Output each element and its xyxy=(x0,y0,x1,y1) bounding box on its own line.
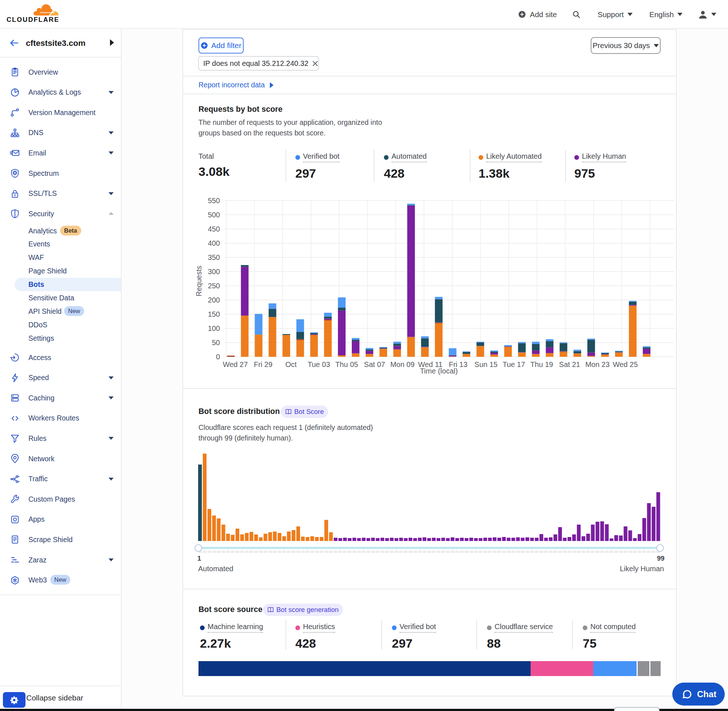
svg-text:Mon 09: Mon 09 xyxy=(390,360,415,369)
svg-text:300: 300 xyxy=(208,268,220,276)
svg-text:Oct: Oct xyxy=(285,360,297,369)
svg-text:Time (local): Time (local) xyxy=(420,367,458,375)
svg-text:Wed 25: Wed 25 xyxy=(613,360,638,369)
svg-text:0: 0 xyxy=(216,353,220,361)
svg-text:200: 200 xyxy=(208,296,220,304)
svg-text:Sat 21: Sat 21 xyxy=(559,360,580,369)
svg-text:100: 100 xyxy=(208,325,220,332)
svg-text:450: 450 xyxy=(208,225,220,233)
svg-text:350: 350 xyxy=(208,254,220,261)
svg-text:50: 50 xyxy=(212,339,220,347)
svg-text:550: 550 xyxy=(208,196,220,205)
svg-text:400: 400 xyxy=(208,239,220,247)
svg-text:150: 150 xyxy=(208,310,220,318)
svg-text:Tue 03: Tue 03 xyxy=(308,360,330,369)
svg-text:Mon 23: Mon 23 xyxy=(585,360,610,369)
svg-text:Thu 05: Thu 05 xyxy=(335,360,358,369)
svg-text:Requests: Requests xyxy=(195,266,203,297)
svg-text:500: 500 xyxy=(208,211,220,219)
svg-text:Sat 07: Sat 07 xyxy=(364,360,385,369)
svg-text:Fri 29: Fri 29 xyxy=(254,360,272,369)
svg-text:Tue 17: Tue 17 xyxy=(502,360,525,369)
svg-text:Wed 27: Wed 27 xyxy=(223,360,248,369)
svg-text:Sun 15: Sun 15 xyxy=(474,360,498,369)
svg-text:250: 250 xyxy=(208,282,220,290)
svg-text:Thu 19: Thu 19 xyxy=(530,360,553,369)
